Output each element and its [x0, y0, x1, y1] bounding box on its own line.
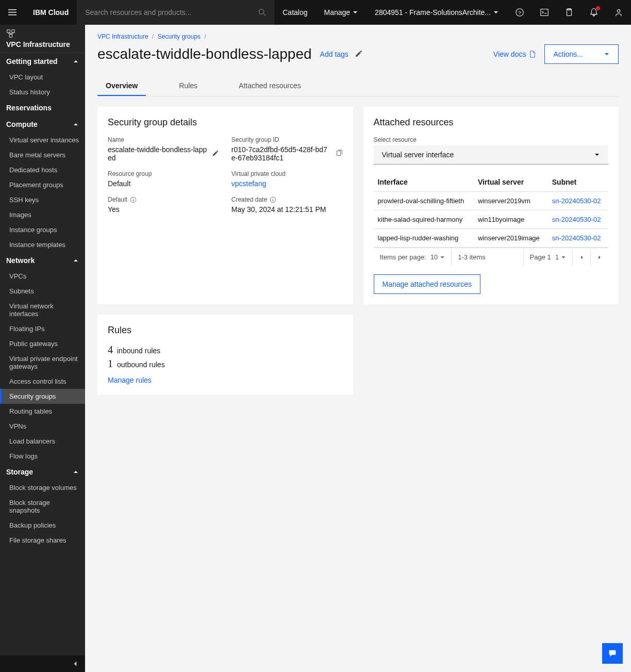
sidebar-item[interactable]: Instance groups: [0, 222, 85, 237]
name-label: Name: [108, 136, 219, 143]
manage-menu[interactable]: Manage: [316, 8, 367, 17]
select-resource-dropdown[interactable]: Virtual server interface: [374, 145, 609, 165]
chevron-down-icon: [440, 255, 445, 260]
sidebar-item[interactable]: Public gateways: [0, 336, 85, 351]
sidebar-item[interactable]: Block storage snapshots: [0, 495, 85, 518]
items-per-page-label: Items per page:: [380, 253, 426, 261]
brand[interactable]: IBM Cloud: [25, 8, 77, 17]
default-value: Yes: [108, 205, 219, 214]
rg-value: Default: [108, 179, 219, 188]
sidebar-item[interactable]: Bare metal servers: [0, 147, 85, 162]
sidebar-section-label: Reservations: [6, 104, 52, 112]
manage-attached-button[interactable]: Manage attached resources: [374, 274, 481, 294]
sidebar-section-network[interactable]: Network: [0, 252, 85, 269]
chevron-up-icon: [73, 469, 79, 475]
items-per-page-select[interactable]: 10: [430, 253, 445, 261]
sidebar-section-reservations[interactable]: Reservations: [0, 100, 85, 116]
inbound-count: 4: [108, 344, 113, 356]
sidebar-item[interactable]: Block storage volumes: [0, 480, 85, 495]
actions-button[interactable]: Actions...: [544, 44, 619, 64]
created-info-icon[interactable]: [269, 196, 276, 203]
document-icon: [529, 51, 536, 58]
page-select[interactable]: 1: [555, 253, 566, 261]
name-value: escalate-twiddle-bondless-lapped: [108, 145, 208, 162]
tab-rules[interactable]: Rules: [171, 76, 206, 96]
prev-page-button[interactable]: [573, 250, 591, 265]
search-box[interactable]: [77, 0, 274, 25]
sidebar-section-compute[interactable]: Compute: [0, 116, 85, 133]
help-icon-btn[interactable]: ?: [507, 0, 532, 25]
sidebar-item[interactable]: Virtual network interfaces: [0, 299, 85, 321]
cell-subnet-link[interactable]: sn-20240530-02: [552, 197, 601, 205]
details-title: Security group details: [108, 117, 343, 128]
sidebar-item[interactable]: VPNs: [0, 419, 85, 434]
sidebar-item[interactable]: SSH keys: [0, 192, 85, 207]
tab-overview[interactable]: Overview: [97, 76, 146, 96]
sidebar-item[interactable]: Backup policies: [0, 518, 85, 533]
notifications-icon-btn[interactable]: [582, 0, 606, 25]
sidebar-collapse[interactable]: [0, 655, 85, 672]
copy-sgid-button[interactable]: [336, 150, 343, 158]
table-row: prowlerd-oval-schilling-fiftiethwinserve…: [374, 192, 609, 210]
hamburger-menu[interactable]: [0, 0, 25, 25]
sidebar-item[interactable]: Load balancers: [0, 434, 85, 449]
breadcrumb-vpc[interactable]: VPC Infrastructure: [97, 33, 148, 40]
sidebar-item[interactable]: Virtual private endpoint gateways: [0, 351, 85, 374]
sidebar-item[interactable]: VPC layout: [0, 70, 85, 85]
cell-vs: winserver2019vm: [474, 192, 548, 210]
sidebar-item[interactable]: Subnets: [0, 284, 85, 299]
info-icon: [130, 196, 137, 203]
rules-card: Rules 4 inbound rules 1 outbound rules M…: [97, 315, 353, 395]
sidebar-item[interactable]: Images: [0, 207, 85, 222]
terminal-icon: [540, 8, 549, 17]
sidebar-item[interactable]: Security groups: [0, 389, 85, 404]
sidebar-item[interactable]: File storage shares: [0, 533, 85, 548]
sidebar-item[interactable]: Dedicated hosts: [0, 162, 85, 177]
view-docs-link[interactable]: View docs: [493, 50, 537, 58]
col-interface: Interface: [374, 173, 474, 192]
edit-tags-button[interactable]: [355, 50, 363, 59]
sidebar-section-storage[interactable]: Storage: [0, 464, 85, 480]
sidebar-item[interactable]: Access control lists: [0, 374, 85, 389]
clipboard-icon: [564, 8, 574, 17]
sidebar-item[interactable]: VPCs: [0, 269, 85, 284]
sidebar-item[interactable]: Virtual server instances: [0, 133, 85, 147]
edit-name-button[interactable]: [212, 150, 219, 158]
chat-button[interactable]: [602, 643, 623, 664]
tab-attached[interactable]: Attached resources: [230, 76, 309, 96]
sidebar-section-getting-started[interactable]: Getting started: [0, 53, 85, 70]
cell-subnet-link[interactable]: sn-20240530-02: [552, 234, 601, 242]
cell-subnet-link[interactable]: sn-20240530-02: [552, 216, 601, 223]
sidebar-item[interactable]: Floating IPs: [0, 321, 85, 336]
svg-rect-6: [12, 30, 14, 32]
add-tags-link[interactable]: Add tags: [320, 50, 348, 58]
next-page-button[interactable]: [591, 250, 608, 265]
select-resource-label: Select resource: [374, 136, 609, 143]
account-menu[interactable]: 2804951 - Frame-SolutionsArchite...: [367, 8, 507, 17]
shell-icon-btn[interactable]: [532, 0, 557, 25]
page-label: Page 1: [530, 253, 551, 261]
pagination: Items per page: 10 1-3 items Page 1 1: [374, 248, 609, 266]
breadcrumb-sg[interactable]: Security groups: [158, 33, 201, 40]
manage-rules-link[interactable]: Manage rules: [108, 376, 152, 384]
user-icon-btn[interactable]: [606, 0, 631, 25]
sidebar-item[interactable]: Status history: [0, 85, 85, 100]
catalog-link[interactable]: Catalog: [274, 8, 315, 17]
svg-rect-7: [9, 35, 12, 37]
chevron-down-icon: [493, 9, 499, 15]
vpc-value-link[interactable]: vpcstefang: [231, 179, 267, 188]
details-card: Security group details Name escalate-twi…: [97, 107, 353, 304]
page-title: escalate-twiddle-bondless-lapped: [97, 46, 312, 62]
sidebar-item[interactable]: Placement groups: [0, 177, 85, 192]
default-info-icon[interactable]: [129, 196, 137, 203]
search-input[interactable]: [85, 8, 258, 17]
cell-vs: winserver2019image: [474, 229, 548, 248]
svg-point-12: [272, 198, 273, 199]
sidebar-item[interactable]: Routing tables: [0, 404, 85, 419]
sidebar-item[interactable]: Flow logs: [0, 449, 85, 464]
sidebar-item[interactable]: Instance templates: [0, 237, 85, 252]
chevron-up-icon: [73, 58, 79, 64]
sidebar: VPC Infrastructure Getting started VPC l…: [0, 25, 85, 672]
tabs: Overview Rules Attached resources: [97, 76, 619, 96]
cost-icon-btn[interactable]: [557, 0, 582, 25]
